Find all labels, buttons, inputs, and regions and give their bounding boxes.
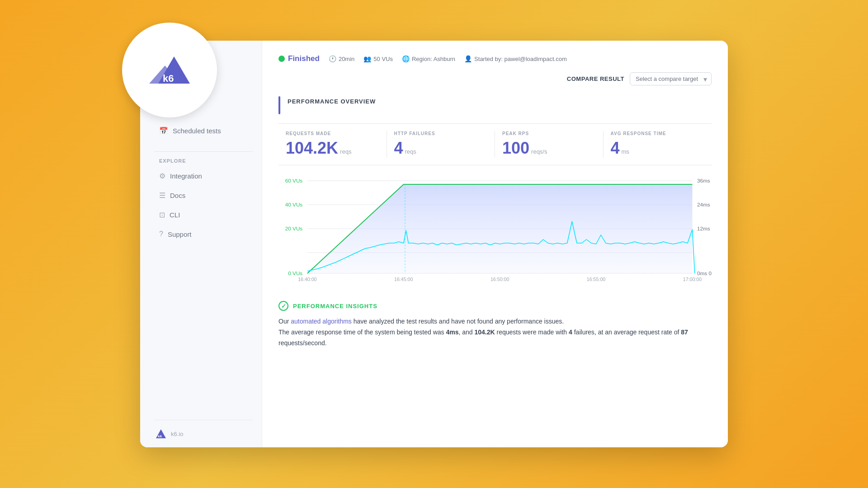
svg-text:0ms  0 r/s: 0ms 0 r/s [697,271,712,276]
person-icon: 👤 [464,55,472,62]
region-meta: 🌐 Region: Ashburn [402,55,455,62]
insights-avg-response: 4ms [446,328,458,336]
insights-requests: 104.2K [474,328,495,336]
chart-container: 60 VUs 40 VUs 20 VUs 0 VUs 36ms 120 r/s … [278,176,712,285]
metric-requests-made: REQUESTS MADE 104.2K reqs [278,131,387,158]
performance-overview-title: PERFORMANCE OVERVIEW [288,96,376,114]
sidebar-divider [154,151,253,152]
integration-icon: ⚙ [159,172,165,180]
insights-text2-mid: , and [458,328,474,336]
metrics-row: REQUESTS MADE 104.2K reqs HTTP FAILURES … [278,123,712,165]
svg-text:16:55:00: 16:55:00 [587,277,606,282]
logo-circle: k6 [122,23,217,117]
svg-text:20 VUs: 20 VUs [285,226,303,231]
compare-section: COMPARE RESULT Select a compare target [567,72,712,85]
metric-avg-label: AVG RESPONSE TIME [611,131,705,136]
performance-overview-header: PERFORMANCE OVERVIEW [278,96,712,114]
metric-http-failures: HTTP FAILURES 4 reqs [387,131,495,158]
compare-select[interactable]: Select a compare target [630,72,712,85]
top-bar: Finished 🕐 20min 👥 50 VUs 🌐 Region: Ashb… [278,54,712,85]
sidebar-item-scheduled-tests[interactable]: 📅 Scheduled tests [154,122,253,140]
metric-requests-label: REQUESTS MADE [286,131,379,136]
status-dot [278,56,285,62]
insights-text2-suffix: failures, at an average request rate of [572,328,681,336]
compare-label: COMPARE RESULT [567,75,624,82]
explore-label: EXPLORE [154,158,253,164]
insights-check-icon: ✓ [278,301,288,311]
svg-marker-23 [307,184,693,273]
sidebar-item-cli[interactable]: ⊡ CLI [154,206,253,224]
svg-text:k6: k6 [158,434,162,438]
svg-text:24ms  80 r/s: 24ms 80 r/s [697,202,712,207]
duration-meta: 🕐 20min [329,55,354,62]
svg-text:36ms  120 r/s: 36ms 120 r/s [697,178,712,183]
clock-icon: 🕐 [329,55,336,62]
metric-rps-value: 100 reqs/s [502,139,596,158]
insights-text1: have analyzed the test results and have … [352,318,564,325]
cli-icon: ⊡ [159,211,165,219]
metric-requests-value: 104.2K reqs [286,139,379,158]
metric-failures-label: HTTP FAILURES [394,131,488,136]
svg-text:16:50:00: 16:50:00 [491,277,509,282]
sidebar-footer: k6 k6.io [154,420,253,447]
insights-avg-rate: 87 [681,328,688,336]
insights-failures: 4 [569,328,572,336]
svg-text:k6: k6 [163,73,174,84]
svg-text:16:45:00: 16:45:00 [394,277,413,282]
insights-link[interactable]: automated algorithms [291,318,352,325]
footer-text: k6.io [171,431,183,437]
insights-title: PERFORMANCE INSIGHTS [293,303,377,310]
footer-logo-icon: k6 [154,427,166,440]
support-icon: ? [159,230,163,238]
performance-insights: ✓ PERFORMANCE INSIGHTS Our automated alg… [278,297,712,348]
svg-text:40 VUs: 40 VUs [285,202,303,207]
calendar-icon: 📅 [159,127,168,135]
globe-icon: 🌐 [402,55,410,62]
insights-text2-prefix: The average response time of the system … [278,328,446,336]
accent-bar [278,96,280,114]
insights-header: ✓ PERFORMANCE INSIGHTS [278,301,712,311]
svg-text:60 VUs: 60 VUs [285,178,303,183]
vus-meta: 👥 50 VUs [363,55,393,62]
started-by-meta: 👤 Started by: pawel@loadimpact.com [464,55,567,62]
insights-text: Our automated algorithms have analyzed t… [278,316,712,348]
svg-text:17:00:00: 17:00:00 [683,277,702,282]
svg-text:0 VUs: 0 VUs [288,271,302,276]
users-icon: 👥 [363,55,371,62]
sidebar-item-integration[interactable]: ⚙ Integration [154,167,253,185]
svg-text:16:40:00: 16:40:00 [298,277,317,282]
k6-logo-icon: k6 [149,52,190,88]
metric-avg-value: 4 ms [611,139,705,158]
insights-text2-mid2: requests were made with [495,328,569,336]
sidebar-item-support[interactable]: ? Support [154,225,253,243]
metric-avg-response: AVG RESPONSE TIME 4 ms [604,131,712,158]
compare-select-wrapper[interactable]: Select a compare target [630,72,712,85]
metric-rps-label: PEAK RPS [502,131,596,136]
metric-peak-rps: PEAK RPS 100 reqs/s [495,131,604,158]
docs-icon: ☰ [159,191,165,200]
insights-text-prefix: Our [278,318,291,325]
insights-text2-end: requests/second. [278,339,327,347]
status-badge: Finished [278,54,320,63]
svg-text:12ms  40 r/s: 12ms 40 r/s [697,226,712,231]
main-content: Finished 🕐 20min 👥 50 VUs 🌐 Region: Ashb… [262,41,728,447]
metric-failures-value: 4 reqs [394,139,488,158]
performance-chart: 60 VUs 40 VUs 20 VUs 0 VUs 36ms 120 r/s … [278,176,712,285]
sidebar-item-docs[interactable]: ☰ Docs [154,187,253,204]
